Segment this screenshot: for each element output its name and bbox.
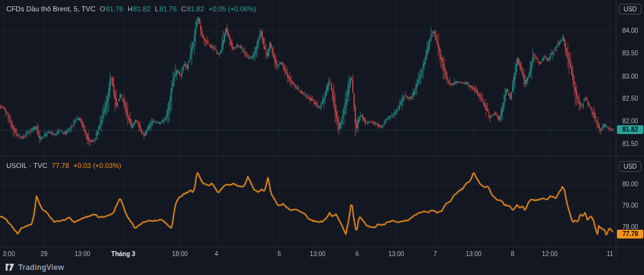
tradingview-logo-icon <box>6 264 15 272</box>
time-axis-label: 3:00 <box>3 250 14 257</box>
pane2-legend: USOIL · TVC 77.78 +0.03 (+0.03%) <box>6 162 121 169</box>
price-tick-label: 82.00 <box>616 118 644 125</box>
pane2-currency-button[interactable]: USD <box>619 161 641 172</box>
pane1-legend: CFDs Dầu thô Brent, 5, TVC O81.76 H81.82… <box>6 5 256 13</box>
time-axis-label: 11 <box>607 250 613 257</box>
tradingview-branding-link[interactable]: TradingView <box>6 263 64 272</box>
price-tick-label: 79.00 <box>616 202 644 210</box>
time-axis-label: 7 <box>433 250 437 257</box>
price-tick-label: 83.00 <box>616 73 644 81</box>
price-tick-label: 81.50 <box>616 140 644 148</box>
ohlc-open: O81.76 <box>100 5 123 13</box>
time-axis-label: 18:00 <box>172 250 187 257</box>
tradingview-chart-widget: CFDs Dầu thô Brent, 5, TVC O81.76 H81.82… <box>0 0 644 275</box>
pane2-last-price-badge: 77.78 <box>617 230 643 239</box>
price-axis[interactable]: 84.0083.5083.0082.5082.0081.5080.0079.00… <box>616 0 644 247</box>
ohlc-close: C81.82 <box>181 5 204 13</box>
time-axis-label: Tháng 3 <box>111 250 135 257</box>
pane1-currency-button[interactable]: USD <box>619 4 641 14</box>
pane2-symbol-title[interactable]: USOIL · TVC <box>6 162 47 169</box>
time-axis-label: 13:00 <box>465 250 481 257</box>
price-tick-label: 83.50 <box>616 50 644 57</box>
branding-text: TradingView <box>18 263 64 272</box>
time-axis-label: 29 <box>40 250 47 257</box>
ohlc-high: H81.82 <box>128 5 150 13</box>
pane2-value: 77.78 <box>52 162 69 169</box>
pane2-change: +0.03 (+0.03%) <box>74 162 121 169</box>
pane1-symbol-title[interactable]: CFDs Dầu thô Brent, 5, TVC <box>6 5 96 13</box>
time-axis-label: 5 <box>277 250 281 257</box>
price-tick-label: 80.00 <box>616 181 644 188</box>
price-tick-label: 84.00 <box>616 27 644 35</box>
time-axis-label: 6 <box>355 250 359 257</box>
time-axis-label: 13:00 <box>388 250 404 257</box>
pane1-last-price-badge: 81.82 <box>617 125 643 134</box>
time-axis-label: 8 <box>511 250 514 257</box>
ohlc-low: L81.76 <box>155 5 177 13</box>
time-axis-label: 13:00 <box>309 250 325 257</box>
time-axis-label: 13:00 <box>74 250 90 257</box>
price-chart-canvas[interactable] <box>0 0 616 247</box>
time-axis[interactable]: 3:002913:00Tháng 318:004513:00613:00713:… <box>0 247 644 261</box>
time-axis-label: 12:00 <box>541 250 557 257</box>
pane1-change: +0.05 (+0.06%) <box>209 5 257 13</box>
price-tick-label: 82.50 <box>616 95 644 103</box>
pane-separator[interactable] <box>0 155 644 156</box>
time-axis-label: 4 <box>214 250 218 257</box>
